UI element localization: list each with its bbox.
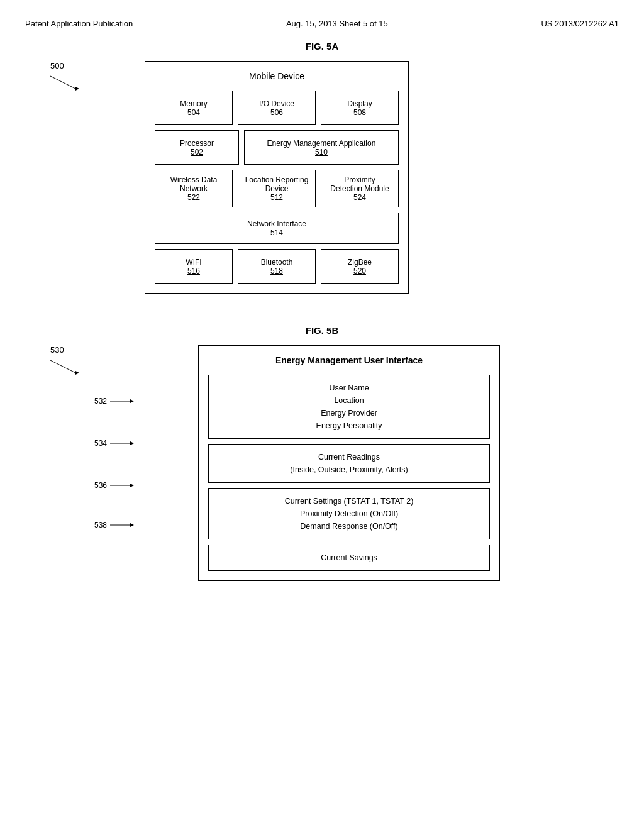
pdm-number: 524 [353,193,366,202]
section-532-number: 532 [94,397,107,406]
page-header: Patent Application Publication Aug. 15, … [0,13,644,41]
wifi-label: WIFI [186,258,201,267]
fig5a-number: 500 [50,61,64,70]
wdn-number: 522 [187,193,200,202]
page-content: FIG. 5A 500 Mobile Device Memory [0,41,644,581]
md-row1: Memory 504 I/O Device 506 Display 508 [155,91,399,125]
eu-532-line1: User Name [218,382,480,394]
header-left: Patent Application Publication [25,19,133,28]
eu-536-line3: Demand Response (On/Off) [218,520,480,533]
memory-cell: Memory 504 [155,91,233,125]
display-number: 508 [353,108,366,117]
zigbee-label: ZigBee [348,258,372,267]
io-label: I/O Device [259,99,294,108]
svg-marker-7 [130,441,134,445]
svg-line-2 [50,360,75,373]
zigbee-cell: ZigBee 520 [321,249,399,284]
energy-ui-title: Energy Management User Interface [208,355,490,365]
fig5b-label: FIG. 5B [50,325,594,336]
wifi-cell: WIFI 516 [155,249,233,284]
bluetooth-number: 518 [270,267,283,275]
section-532-arrow-icon [110,395,135,407]
fig5a-section: FIG. 5A 500 Mobile Device Memory [50,41,594,294]
io-device-cell: I/O Device 506 [238,91,316,125]
eu-536-line2: Proximity Detection (On/Off) [218,507,480,520]
wdn-label: Wireless Data Network [162,175,226,193]
eu-534-line1: Current Readings [218,451,480,463]
md-row3: Wireless Data Network 522 Location Repor… [155,170,399,208]
eu-532-line2: Location [218,394,480,407]
eu-536-line1: Current Settings (TSTAT 1, TSTAT 2) [218,495,480,507]
ni-label: Network Interface [247,219,306,228]
header-right: US 2013/0212262 A1 [541,19,619,28]
eu-section-536: Current Settings (TSTAT 1, TSTAT 2) Prox… [208,488,490,540]
section-536-number: 536 [94,481,107,490]
section-534-number: 534 [94,439,107,448]
eu-532-line3: Energy Provider [218,407,480,419]
fig5b-arrow-icon [50,357,82,376]
ema-label: Energy Management Application [267,139,376,148]
pdm-cell: Proximity Detection Module 524 [321,170,399,208]
mobile-device-title: Mobile Device [155,71,399,81]
processor-label: Processor [180,139,214,148]
lrd-cell: Location Reporting Device 512 [238,170,316,208]
ema-number: 510 [315,148,328,157]
eu-532-line4: Energy Personality [218,419,480,432]
ema-cell: Energy Management Application 510 [244,130,399,165]
wifi-number: 516 [187,267,200,275]
svg-marker-9 [130,484,134,487]
network-interface-row: Network Interface 514 [155,213,399,244]
lrd-number: 512 [270,193,283,202]
zigbee-number: 520 [353,267,366,275]
eu-538-line1: Current Savings [218,551,480,564]
wdn-cell: Wireless Data Network 522 [155,170,233,208]
display-cell: Display 508 [321,91,399,125]
ni-number: 514 [270,228,283,237]
eu-534-line2: (Inside, Outside, Proximity, Alerts) [218,463,480,476]
display-label: Display [347,99,372,108]
svg-marker-5 [130,399,134,403]
svg-marker-11 [130,523,134,527]
section-538-arrow-icon [110,519,135,531]
eu-section-534: Current Readings (Inside, Outside, Proxi… [208,444,490,483]
mobile-device-box: Mobile Device Memory 504 I/O Device 506 … [145,61,409,294]
processor-cell: Processor 502 [155,130,239,165]
md-row2: Processor 502 Energy Management Applicat… [155,130,399,165]
pdm-label: Proximity Detection Module [328,175,392,193]
energy-ui-box: Energy Management User Interface User Na… [198,345,500,581]
svg-marker-3 [75,371,79,375]
bluetooth-label: Bluetooth [261,258,293,267]
svg-line-0 [50,76,75,89]
fig5a-arrow-icon [50,73,82,92]
fig5b-number: 530 [50,345,64,355]
processor-number: 502 [191,148,203,157]
md-row5: WIFI 516 Bluetooth 518 ZigBee 520 [155,249,399,284]
eu-section-532: User Name Location Energy Provider Energ… [208,375,490,439]
svg-marker-1 [75,87,79,91]
section-538-number: 538 [94,521,107,529]
fig5a-label: FIG. 5A [50,41,594,52]
bluetooth-cell: Bluetooth 518 [238,249,316,284]
memory-number: 504 [187,108,200,117]
ni-cell: Network Interface 514 [155,213,399,244]
fig5b-section: FIG. 5B 530 532 [50,325,594,581]
lrd-label: Location Reporting Device [245,175,309,193]
section-534-arrow-icon [110,437,135,450]
header-middle: Aug. 15, 2013 Sheet 5 of 15 [286,19,388,28]
eu-section-538: Current Savings [208,545,490,571]
memory-label: Memory [180,99,207,108]
io-number: 506 [270,108,283,117]
section-numbers: 532 534 [94,380,135,538]
section-536-arrow-icon [110,479,135,492]
